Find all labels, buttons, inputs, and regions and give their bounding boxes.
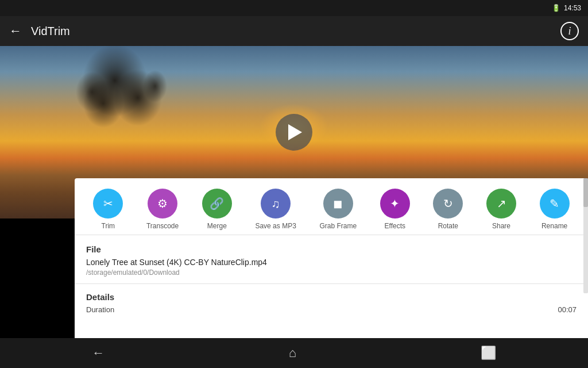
status-bar: 🔋 14:53: [0, 0, 588, 16]
status-time: 14:53: [564, 4, 581, 12]
details-rows: Duration00:07: [86, 304, 577, 315]
action-label-merge: Merge: [207, 222, 227, 230]
battery-icon: 🔋: [552, 4, 560, 12]
action-label-grab-frame: Grab Frame: [319, 222, 357, 230]
action-icon-save-as-mp3: ♫: [261, 189, 291, 218]
action-label-rename: Rename: [541, 222, 567, 230]
scroll-indicator[interactable]: [583, 178, 588, 293]
action-trim[interactable]: ✂Trim: [93, 189, 123, 230]
action-transcode[interactable]: ⚙Transcode: [146, 189, 179, 230]
nav-back-button[interactable]: ←: [92, 346, 105, 361]
file-path: /storage/emulated/0/Download: [86, 269, 577, 277]
info-button[interactable]: i: [560, 22, 579, 40]
file-section-title: File: [86, 244, 577, 254]
action-grab-frame[interactable]: ◼Grab Frame: [319, 189, 357, 230]
action-icon-grab-frame: ◼: [323, 189, 353, 218]
action-icon-trim: ✂: [93, 189, 123, 218]
action-label-share: Share: [492, 222, 510, 230]
action-icon-share: ↗: [486, 189, 516, 218]
file-name: Lonely Tree at Sunset (4K) CC-BY NatureC…: [86, 258, 577, 267]
action-merge[interactable]: 🔗Merge: [202, 189, 232, 230]
action-label-trim: Trim: [102, 222, 115, 230]
app-title: VidTrim: [31, 25, 560, 38]
action-share[interactable]: ↗Share: [486, 189, 516, 230]
detail-value: 00:07: [558, 305, 577, 314]
bottom-card: ✂Trim⚙Transcode🔗Merge♫Save as MP3◼Grab F…: [75, 178, 588, 338]
file-section: File Lonely Tree at Sunset (4K) CC-BY Na…: [75, 235, 588, 284]
action-icon-rename: ✎: [540, 189, 570, 218]
actions-row: ✂Trim⚙Transcode🔗Merge♫Save as MP3◼Grab F…: [75, 178, 588, 235]
details-section: Details Duration00:07: [75, 284, 588, 322]
action-label-transcode: Transcode: [146, 222, 179, 230]
scroll-thumb: [583, 178, 588, 207]
action-icon-rotate: ↻: [433, 189, 463, 218]
play-button[interactable]: [276, 114, 312, 151]
action-label-save-as-mp3: Save as MP3: [255, 222, 296, 230]
action-effects[interactable]: ✦Effects: [380, 189, 410, 230]
detail-row: Duration00:07: [86, 304, 577, 315]
action-rotate[interactable]: ↻Rotate: [433, 189, 463, 230]
nav-bar: ← ⌂ ⬜: [0, 338, 588, 368]
detail-label: Duration: [86, 305, 114, 314]
nav-recent-button[interactable]: ⬜: [481, 346, 496, 361]
action-save-as-mp3[interactable]: ♫Save as MP3: [255, 189, 296, 230]
back-button[interactable]: ←: [9, 24, 22, 39]
action-icon-transcode: ⚙: [148, 189, 177, 218]
toolbar: ← VidTrim i: [0, 16, 588, 46]
action-icon-effects: ✦: [380, 189, 410, 218]
action-rename[interactable]: ✎Rename: [540, 189, 570, 230]
details-section-title: Details: [86, 292, 577, 302]
nav-home-button[interactable]: ⌂: [289, 346, 296, 361]
action-label-rotate: Rotate: [438, 222, 458, 230]
action-icon-merge: 🔗: [202, 189, 232, 218]
action-label-effects: Effects: [385, 222, 405, 230]
